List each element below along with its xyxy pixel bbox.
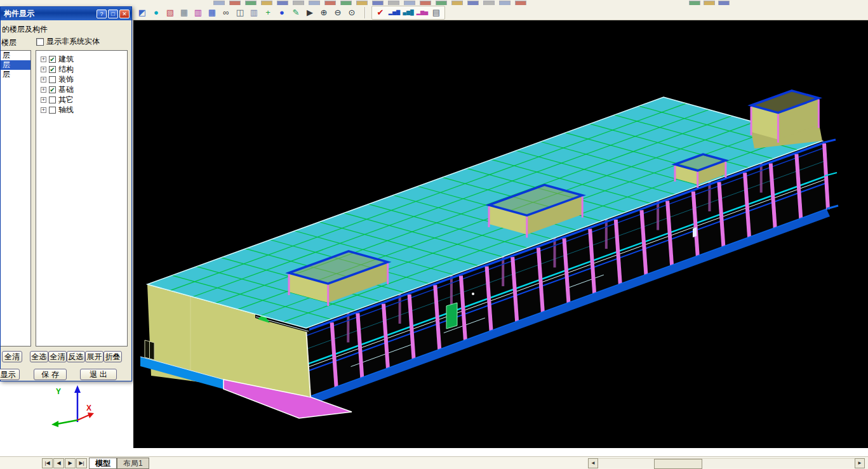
clipped-icon-fragment [451, 1, 463, 5]
pin-button[interactable]: □ [108, 10, 118, 18]
tree-item[interactable]: +装饰 [41, 74, 127, 84]
sheet-nav-buttons: |◀◀▶▶| [42, 458, 87, 468]
sheet-tab-1[interactable]: 布局1 [117, 458, 149, 469]
expand-plus-icon[interactable]: + [41, 67, 46, 72]
scrollbar-track[interactable] [598, 458, 855, 468]
component-tree[interactable]: +✔建筑+✔结构+装饰+✔基础+其它+轴线 [36, 50, 128, 347]
floor-list[interactable]: 层层层 [1, 50, 31, 347]
close-button[interactable]: ✕ [119, 10, 130, 18]
zoom-extents-icon[interactable]: ⊙ [345, 6, 359, 19]
floor-clear-button[interactable]: 全清 [2, 351, 22, 362]
building-model [133, 20, 868, 448]
clipped-icon-fragment [372, 1, 384, 5]
tree-checkbox-icon[interactable]: ✔ [49, 86, 56, 93]
sphere-view-icon[interactable]: ● [149, 6, 163, 19]
chart-teal-icon[interactable]: ▄▆█ [401, 6, 415, 19]
palette-icon[interactable]: ▥ [191, 6, 205, 19]
tree-action-button[interactable]: 全选 [30, 351, 48, 362]
tree-checkbox-icon[interactable] [49, 96, 56, 103]
printer-icon[interactable]: ▤ [429, 6, 443, 19]
tree-action-button[interactable]: 全清 [48, 351, 67, 362]
clipped-icon-fragment [245, 1, 257, 5]
sheet-nav-button[interactable]: ◀ [53, 458, 64, 468]
select-arrow-icon[interactable]: ▶ [303, 6, 317, 19]
tree-checkbox-icon[interactable]: ✔ [49, 56, 56, 63]
tree-checkbox-icon[interactable] [49, 107, 56, 114]
scroll-left-button[interactable]: ◄ [588, 458, 598, 468]
clipped-icon-fragment [277, 1, 288, 5]
tree-item-label: 结构 [58, 64, 74, 75]
chart-blue-icon[interactable]: ▂▅▇ [387, 6, 401, 19]
expand-plus-icon[interactable]: + [41, 77, 46, 83]
toolbar-separator [364, 7, 366, 18]
shaded-view-icon[interactable]: ◩ [135, 6, 149, 19]
expand-plus-icon[interactable]: + [41, 56, 46, 62]
scroll-right-button[interactable]: ► [855, 458, 865, 468]
exit-button[interactable]: 退 出 [80, 369, 117, 380]
floor-list-item[interactable]: 层 [1, 60, 30, 70]
floor-list-item[interactable]: 层 [1, 70, 30, 79]
dialog-titlebar-buttons: ?□✕ [97, 10, 130, 18]
sheet-nav-button[interactable]: |◀ [42, 458, 53, 468]
tree-item-label: 建筑 [58, 54, 74, 65]
expand-plus-icon[interactable]: + [41, 107, 46, 113]
confirm-check-icon[interactable]: ✔ [373, 6, 387, 19]
clipped-icon-fragment [436, 1, 447, 5]
non-system-entities-checkbox[interactable]: 显示非系统实体 [36, 36, 100, 47]
tree-item[interactable]: +✔建筑 [41, 54, 127, 64]
mesh-view-icon[interactable]: ▦ [177, 6, 191, 19]
zoom-out-icon[interactable]: ⊖ [331, 6, 345, 19]
chart-pink-icon[interactable]: ▂▆▅ [415, 6, 429, 19]
checkbox-icon[interactable] [36, 38, 44, 46]
tree-button-row: 全选全清反选展开折叠 [30, 351, 122, 362]
sheet-tabs: 模型布局1 [89, 458, 149, 469]
sheet-nav-button[interactable]: ▶ [65, 458, 76, 468]
tree-action-button[interactable]: 反选 [67, 351, 85, 362]
view-toolbar-group: ◩●▧▦▥▦∞◫▥+●✎▶⊕⊖⊙ [135, 6, 359, 19]
axes-icon[interactable]: + [261, 6, 275, 19]
tree-item-label: 轴线 [58, 105, 74, 116]
zoom-in-icon[interactable]: ⊕ [317, 6, 331, 19]
expand-plus-icon[interactable]: + [41, 87, 46, 93]
help-button[interactable]: ? [97, 10, 107, 18]
column-display-icon[interactable]: ▥ [247, 6, 261, 19]
render-sphere-icon[interactable]: ● [275, 6, 289, 19]
non-system-entities-label: 显示非系统实体 [46, 36, 100, 47]
clipped-toolbar-row [0, 0, 868, 5]
clipped-icon-fragment [483, 1, 495, 5]
floors-label: 楼层 [1, 37, 17, 48]
tree-item[interactable]: +其它 [41, 95, 127, 105]
clipped-icon-fragment [515, 1, 526, 5]
sheet-tab-0[interactable]: 模型 [89, 458, 117, 469]
dialog-titlebar[interactable]: 构件显示 ?□✕ [1, 7, 131, 20]
tree-item[interactable]: +轴线 [41, 105, 127, 115]
tree-checkbox-icon[interactable]: ✔ [49, 66, 56, 73]
clipped-icon-fragment [324, 1, 336, 5]
tree-action-button[interactable]: 展开 [85, 351, 103, 362]
application-window: ◩●▧▦▥▦∞◫▥+●✎▶⊕⊖⊙ ✔▂▅▇▄▆█▂▆▅▤ Y X 构件显示 ?□… [0, 0, 868, 469]
floor-list-item[interactable]: 层 [1, 51, 30, 60]
dialog-body: 的楼层及构件 楼层 显示非系统实体 层层层 +✔建筑+✔结构+装饰+✔基础+其它… [1, 20, 131, 381]
color-grid-icon[interactable]: ▦ [205, 6, 219, 19]
clipped-icon-fragment [718, 1, 730, 5]
tree-item[interactable]: +✔基础 [41, 84, 127, 95]
show-button[interactable]: 显示 [0, 369, 20, 380]
expand-plus-icon[interactable]: + [41, 97, 46, 103]
cube-view-icon[interactable]: ◫ [233, 6, 247, 19]
scrollbar-thumb[interactable] [654, 459, 702, 469]
material-view-icon[interactable]: ▧ [163, 6, 177, 19]
find-icon[interactable]: ∞ [219, 6, 233, 19]
sheet-tab-bar: |◀◀▶▶| 模型布局1 ◄ ► [0, 456, 868, 469]
dialog-title: 构件显示 [4, 8, 97, 19]
tree-action-button[interactable]: 折叠 [103, 351, 122, 362]
clipped-icon-fragment [404, 1, 415, 5]
horizontal-scrollbar[interactable]: ◄ ► [588, 458, 865, 468]
save-button[interactable]: 保 存 [34, 369, 67, 380]
tree-item[interactable]: +✔结构 [41, 64, 127, 74]
sheet-nav-button[interactable]: ▶| [76, 458, 87, 468]
axis-y-label: Y [56, 387, 61, 396]
paint-icon[interactable]: ✎ [289, 6, 303, 19]
report-toolbar-group: ✔▂▅▇▄▆█▂▆▅▤ [371, 6, 445, 20]
tree-checkbox-icon[interactable] [49, 76, 56, 83]
model-viewport[interactable] [133, 20, 868, 448]
